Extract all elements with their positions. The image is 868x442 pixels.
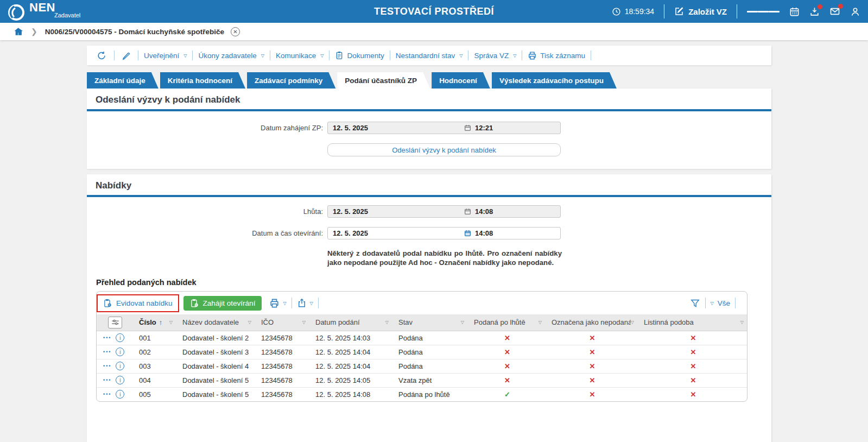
table-row: •••i002Dodavatel - školení 31234567812. … <box>97 345 747 359</box>
topbar-divider <box>737 4 737 18</box>
toolbar-item--kony-zadavatele[interactable]: Úkony zadavatele▽ <box>197 52 265 60</box>
column-header-n-zev-dodavatele[interactable]: Název dodavatele▽ <box>177 314 256 331</box>
start-date-label: Datum zahájení ZP: <box>87 124 323 132</box>
caret-down-icon: ▽ <box>310 301 313 306</box>
row-date-cell: 12. 5. 2025 14:08 <box>310 387 393 401</box>
row-supplier-cell: Dodavatel - školení 2 <box>177 331 256 345</box>
breadcrumb-item[interactable]: N006/25/V00004575 - Domácí kuchyňské spo… <box>45 28 224 36</box>
opening-date-value[interactable]: 12. 5. 2025 <box>328 229 460 237</box>
calendar-picker-icon[interactable] <box>464 230 471 237</box>
column-filter-icon[interactable]: ▽ <box>538 320 542 325</box>
history-back-icon[interactable] <box>97 50 107 61</box>
column-filter-icon[interactable]: ▽ <box>302 320 306 325</box>
row-menu-icon[interactable]: ••• <box>103 377 111 383</box>
send-invitation-button[interactable]: Odeslání výzvy k podání nabídek <box>327 143 561 156</box>
column-settings-icon[interactable] <box>108 317 122 329</box>
tab-pod-n-astn-k-zp[interactable]: Podání účastníků ZP <box>337 72 430 89</box>
toolbar-separator <box>138 50 138 60</box>
toolbar-separator <box>192 50 193 60</box>
share-export-icon <box>297 298 307 308</box>
home-icon[interactable] <box>13 27 23 36</box>
export-grid-button[interactable]: ▽ <box>297 298 313 308</box>
table-row: •••i005Dodavatel - školení 51234567812. … <box>97 387 747 401</box>
caret-down-icon: ▽ <box>711 301 714 306</box>
toolbar-item-label: Úkony zadavatele <box>198 52 256 60</box>
column-header-i-o[interactable]: IČO▽ <box>256 314 310 331</box>
row-info-icon[interactable]: i <box>116 362 124 370</box>
cross-icon: ✕ <box>590 362 595 370</box>
row-info-icon[interactable]: i <box>116 390 124 399</box>
column-header-label: Podaná po lhůtě <box>474 318 525 326</box>
tab-z-kladn-daje[interactable]: Základní údaje <box>87 72 159 89</box>
brand-role: Zadavatel <box>54 12 80 18</box>
cross-icon: ✕ <box>504 362 510 370</box>
column-filter-icon[interactable]: ▽ <box>740 320 744 325</box>
register-offer-button[interactable]: Evidovat nabídku <box>97 294 179 312</box>
filter-all-dropdown[interactable]: ▽ Vše <box>711 299 730 307</box>
nen-logo-block[interactable]: NEN Zadavatel <box>0 2 80 21</box>
filter-all-label: Vše <box>718 299 730 307</box>
downloads-icon[interactable] <box>809 7 820 17</box>
row-info-icon[interactable]: i <box>116 376 124 384</box>
toolbar-item-tisk-z-znamu[interactable]: Tisk záznamu <box>526 51 587 60</box>
column-filter-icon[interactable]: ▽ <box>461 320 464 325</box>
opening-time-value[interactable]: 14:08 <box>475 229 493 237</box>
start-opening-button[interactable]: Zahájit otevírání <box>183 296 262 311</box>
document-icon <box>335 51 344 60</box>
row-late-cell: ✓ <box>468 387 546 401</box>
create-vz-button[interactable]: Založit VZ <box>674 7 727 16</box>
row-menu-icon[interactable]: ••• <box>103 349 111 355</box>
row-not-submitted-cell: ✕ <box>546 387 638 401</box>
column-filter-icon[interactable]: ▽ <box>248 320 251 325</box>
tab-zad-vac-podm-nky[interactable]: Zadávací podmínky <box>247 72 335 89</box>
toolbar-item-uve-ejn-n-[interactable]: Uveřejnění▽ <box>142 52 188 60</box>
column-filter-icon[interactable]: ▽ <box>631 320 634 325</box>
column-filter-icon[interactable]: ▽ <box>385 320 389 325</box>
column-header-ozna-ena-jako-nepodan-[interactable]: Označena jako nepodaná▽ <box>546 314 638 331</box>
close-tab-icon[interactable]: ✕ <box>231 27 240 36</box>
column-filter-icon[interactable]: ▽ <box>169 320 173 325</box>
user-profile-icon[interactable] <box>850 7 860 17</box>
row-date-cell: 12. 5. 2025 14:04 <box>310 345 393 359</box>
column-header-datum-pod-n-[interactable]: Datum podání▽ <box>310 314 393 331</box>
toolbar-item-nestandardn-stav[interactable]: Nestandardní stav▽ <box>394 52 465 60</box>
toolbar-separator <box>114 50 115 60</box>
edit-pencil-icon[interactable] <box>122 51 131 60</box>
opening-datetime-field[interactable]: 12. 5. 2025 14:08 <box>327 227 561 239</box>
toolbar-item-dokumenty[interactable]: Dokumenty <box>333 51 385 60</box>
row-menu-icon[interactable]: ••• <box>103 392 111 397</box>
column-header-listinn-podoba[interactable]: Listinná podoba▽ <box>638 314 747 331</box>
messages-icon[interactable] <box>829 6 840 17</box>
row-menu-icon[interactable]: ••• <box>103 363 111 369</box>
row-info-icon[interactable]: i <box>116 348 124 356</box>
filter-funnel-icon[interactable] <box>690 298 700 308</box>
row-info-icon[interactable]: i <box>116 333 124 342</box>
row-menu-icon[interactable]: ••• <box>103 335 111 340</box>
column-header-label: Listinná podoba <box>644 318 694 326</box>
tab-v-sledek-zad-vac-ho-postupu[interactable]: Výsledek zadávacího postupu <box>492 72 617 89</box>
print-grid-button[interactable]: ▽ <box>269 298 286 308</box>
tab-hodnocen-[interactable]: Hodnocení <box>432 72 490 89</box>
column-header--slo[interactable]: Číslo↑▽ <box>134 314 177 331</box>
edit-square-icon <box>674 7 684 16</box>
deadline-date-value: 12. 5. 2025 <box>328 207 460 216</box>
late-offer-warning: Některý z dodavatelů podal nabídku po lh… <box>327 249 562 267</box>
row-actions-cell: •••i <box>97 331 134 345</box>
tab-krit-ria-hodnocen-[interactable]: Kritéria hodnocení <box>160 72 245 89</box>
offers-grid-title: Přehled podaných nabídek <box>96 278 771 287</box>
row-ico-cell: 12345678 <box>256 345 310 359</box>
column-header-stav[interactable]: Stav▽ <box>393 314 468 331</box>
column-header-label: IČO <box>261 318 274 326</box>
column-header-podan-po-lh-t-[interactable]: Podaná po lhůtě▽ <box>468 314 546 331</box>
toolbar-item-label: Správa VZ <box>474 52 509 60</box>
section-rule <box>87 195 771 197</box>
toolbar-item-komunikace[interactable]: Komunikace▽ <box>274 52 325 60</box>
row-supplier-cell: Dodavatel - školení 5 <box>177 387 256 401</box>
calendar-icon[interactable] <box>789 7 800 17</box>
menu-hamburger-icon[interactable] <box>747 9 780 14</box>
column-header-label: Stav <box>398 318 413 326</box>
row-date-cell: 12. 5. 2025 14:03 <box>310 331 393 345</box>
toolbar-item-spr-va-vz[interactable]: Správa VZ▽ <box>472 52 518 60</box>
toolbar-item-label: Dokumenty <box>347 52 384 60</box>
column-settings-header <box>97 314 134 331</box>
